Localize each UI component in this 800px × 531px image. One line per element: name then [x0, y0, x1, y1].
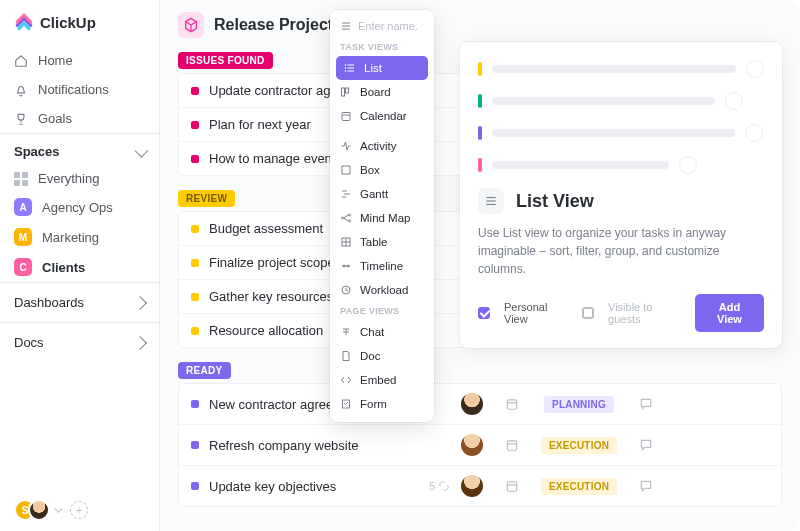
sidebar-space-item[interactable]: AAgency Ops: [0, 192, 159, 222]
view-option-doc[interactable]: Doc: [330, 344, 434, 368]
avatar-image: [28, 499, 50, 521]
sidebar-section[interactable]: Dashboards: [0, 282, 159, 322]
view-option-activity[interactable]: Activity: [330, 134, 434, 158]
view-option-list[interactable]: List: [336, 56, 428, 80]
visible-guests-checkbox[interactable]: [582, 307, 594, 319]
view-option-box[interactable]: Box: [330, 158, 434, 182]
view-option-workload[interactable]: Workload: [330, 278, 434, 302]
list-icon: [344, 62, 356, 74]
sidebar-section[interactable]: Docs: [0, 322, 159, 362]
nav-goals[interactable]: Goals: [0, 104, 159, 133]
comment-icon[interactable]: [639, 479, 653, 493]
bell-icon: [14, 83, 28, 97]
task-row[interactable]: Update key objectives5 EXECUTION: [179, 466, 781, 506]
skeleton-line: [492, 161, 669, 169]
calendar-icon[interactable]: [505, 479, 519, 493]
skeleton-color-bar: [478, 126, 482, 140]
nav-notifications[interactable]: Notifications: [0, 75, 159, 104]
view-option-label: Workload: [360, 284, 408, 296]
page-views-label: PAGE VIEWS: [330, 302, 434, 320]
nav-home[interactable]: Home: [0, 46, 159, 75]
status-dot: [191, 400, 199, 408]
activity-icon: [340, 140, 352, 152]
personal-view-checkbox[interactable]: [478, 307, 490, 319]
grid-icon: [14, 172, 28, 186]
view-option-label: Doc: [360, 350, 380, 362]
svg-rect-16: [346, 88, 349, 93]
sidebar: ClickUp Home Notifications Goals Spaces …: [0, 0, 160, 531]
view-option-form[interactable]: Form: [330, 392, 434, 416]
calendar-icon[interactable]: [505, 438, 519, 452]
view-option-board[interactable]: Board: [330, 80, 434, 104]
chevron-down-icon: [54, 504, 62, 512]
view-option-mind-map[interactable]: Mind Map: [330, 206, 434, 230]
view-option-label: Timeline: [360, 260, 403, 272]
view-option-calendar[interactable]: Calendar: [330, 104, 434, 128]
view-option-gantt[interactable]: Gantt: [330, 182, 434, 206]
detail-description: Use List view to organize your tasks in …: [478, 224, 764, 278]
skeleton-line: [492, 65, 736, 73]
assignee-avatar[interactable]: [461, 475, 483, 497]
personal-view-label: Personal View: [504, 301, 568, 325]
status-chip[interactable]: PLANNING: [544, 396, 614, 413]
svg-point-25: [349, 220, 351, 222]
logo-text: ClickUp: [40, 14, 96, 31]
view-option-label: Gantt: [360, 188, 388, 200]
table-icon: [340, 236, 352, 248]
task-views-label: TASK VIEWS: [330, 38, 434, 56]
assignee-avatar[interactable]: [461, 393, 483, 415]
logo[interactable]: ClickUp: [0, 0, 159, 46]
project-title: Release Project: [214, 16, 333, 34]
group-badge[interactable]: READY: [178, 362, 231, 379]
view-option-embed[interactable]: Embed: [330, 368, 434, 392]
status-chip[interactable]: EXECUTION: [541, 478, 617, 495]
skeleton-color-bar: [478, 158, 482, 172]
spaces-header[interactable]: Spaces: [0, 133, 159, 165]
sidebar-space-item[interactable]: MMarketing: [0, 222, 159, 252]
calendar-icon[interactable]: [505, 397, 519, 411]
workload-icon: [340, 284, 352, 296]
skeleton-circle: [745, 124, 763, 142]
embed-icon: [340, 374, 352, 386]
nav-label: Home: [38, 53, 73, 68]
trophy-icon: [14, 112, 28, 126]
view-detail-panel: List View Use List view to organize your…: [460, 42, 782, 348]
status-dot: [191, 327, 199, 335]
skeleton-color-bar: [478, 94, 482, 108]
chevron-down-icon: [134, 143, 148, 157]
spaces-label: Spaces: [14, 144, 60, 159]
user-avatar-bar[interactable]: S +: [14, 499, 88, 521]
group-badge[interactable]: ISSUES FOUND: [178, 52, 273, 69]
view-option-label: Calendar: [360, 110, 407, 122]
skeleton-line: [492, 129, 735, 137]
sidebar-space-item[interactable]: CClients: [0, 252, 159, 282]
svg-rect-4: [507, 482, 516, 491]
space-everything[interactable]: Everything: [0, 165, 159, 192]
status-dot: [191, 293, 199, 301]
chevron-right-icon: [133, 335, 147, 349]
skeleton-circle: [725, 92, 743, 110]
box-icon: [340, 164, 352, 176]
group-badge[interactable]: REVIEW: [178, 190, 235, 207]
status-dot: [191, 441, 199, 449]
status-chip[interactable]: EXECUTION: [541, 437, 617, 454]
view-option-chat[interactable]: Chat: [330, 320, 434, 344]
task-row[interactable]: New contractor agreement PLANNING: [179, 384, 781, 425]
skeleton-color-bar: [478, 62, 482, 76]
add-view-button[interactable]: Add View: [695, 294, 764, 332]
mind-map-icon: [340, 212, 352, 224]
form-icon: [340, 398, 352, 410]
comment-icon[interactable]: [639, 438, 653, 452]
add-user-button[interactable]: +: [70, 501, 88, 519]
task-row[interactable]: Refresh company website EXECUTION: [179, 425, 781, 466]
timeline-icon: [340, 260, 352, 272]
view-option-timeline[interactable]: Timeline: [330, 254, 434, 278]
view-option-label: Activity: [360, 140, 396, 152]
visible-guests-label: Visible to guests: [608, 301, 681, 325]
assignee-avatar[interactable]: [461, 434, 483, 456]
view-option-label: Table: [360, 236, 388, 248]
task-title: Refresh company website: [209, 438, 449, 453]
comment-icon[interactable]: [639, 397, 653, 411]
view-option-table[interactable]: Table: [330, 230, 434, 254]
view-name-input[interactable]: [358, 20, 418, 32]
